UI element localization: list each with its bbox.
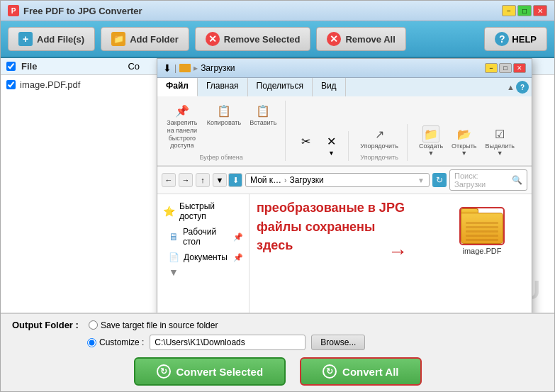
search-icon: 🔍 <box>512 175 522 185</box>
convert-selected-label: Convert Selected <box>176 366 264 378</box>
down-arrow-button[interactable]: ▼ <box>213 173 227 187</box>
add-folder-icon: 📁 <box>111 32 125 46</box>
help-button[interactable]: ? HELP <box>484 27 547 51</box>
explorer-title-left: ⬇ | ▸ Загрузки <box>163 62 235 74</box>
customize-radio[interactable] <box>87 338 96 347</box>
explorer-minimize-button[interactable]: − <box>485 63 498 73</box>
explorer-ribbon: Файл Главная Поделиться Вид ▲ ? <box>157 78 532 167</box>
up-button[interactable]: ↑ <box>196 173 210 187</box>
quick-access-label: Быстрый доступ <box>179 201 243 221</box>
paste-label: Вставить <box>250 119 276 126</box>
title-bar: P Free PDF to JPG Converter − □ ✕ <box>1 1 554 21</box>
documents-pin-icon: 📌 <box>233 253 243 262</box>
select-all-checkbox[interactable] <box>6 62 16 71</box>
documents-icon: 📄 <box>169 252 179 262</box>
convert-column-header: Co <box>128 61 140 72</box>
open-icon: 📂 <box>456 125 473 142</box>
explorer-close-button[interactable]: ✕ <box>513 63 526 73</box>
convert-buttons-row: ↻ Convert Selected ↻ Convert All <box>12 357 543 386</box>
title-bar-left: P Free PDF to JPG Converter <box>8 5 142 16</box>
save-source-label: Save target file in source folder <box>101 320 218 330</box>
save-source-radio[interactable] <box>89 320 98 330</box>
app-window: P Free PDF to JPG Converter − □ ✕ + Add … <box>0 0 555 392</box>
search-placeholder-text: Поиск: Загрузки <box>454 172 509 189</box>
title-bar-controls: − □ ✕ <box>502 5 547 16</box>
help-label: HELP <box>512 34 537 45</box>
customize-option[interactable]: Customize : <box>87 337 144 347</box>
close-button[interactable]: ✕ <box>533 5 547 16</box>
address-nav-icons: ▼ ⬇ <box>213 173 242 187</box>
ribbon-scissors-buttons: ✂ ✕ ▼ <box>294 131 342 158</box>
ribbon-scissors-button[interactable]: ✂ <box>294 131 317 158</box>
file-column-header: File <box>21 61 37 72</box>
desktop-pin-icon: 📌 <box>233 233 243 242</box>
delete-chevron: ▼ <box>328 150 335 157</box>
add-files-icon: + <box>18 32 33 46</box>
ribbon-tab-view[interactable]: Вид <box>313 78 346 96</box>
ribbon-organize-group: ↗ Упорядочить Упорядочить <box>357 124 408 161</box>
remove-all-button[interactable]: ✕ Remove All <box>316 27 405 51</box>
annotation-arrow: → <box>388 240 408 263</box>
annotation-text: преобразованые в JPG файлы сохранены зде… <box>257 198 405 254</box>
ribbon-move-button[interactable]: ↗ Упорядочить <box>357 124 401 151</box>
remove-all-icon: ✕ <box>327 32 341 46</box>
minimize-button[interactable]: − <box>502 5 516 16</box>
download-arrow-button[interactable]: ⬇ <box>228 173 242 187</box>
ribbon-copy-button[interactable]: 📋 Копировать <box>204 101 244 151</box>
address-dropdown-arrow[interactable]: ▼ <box>417 177 425 184</box>
maximize-button[interactable]: □ <box>517 5 532 16</box>
new-chevron: ▼ <box>428 150 435 157</box>
sidebar-item-desktop[interactable]: 🖥 Рабочий стол 📌 <box>157 224 249 250</box>
pdf-folder-graphic <box>461 208 503 244</box>
forward-button[interactable]: → <box>179 173 193 187</box>
refresh-button[interactable]: ↻ <box>432 173 447 187</box>
sidebar-item-documents[interactable]: 📄 Документы 📌 <box>157 250 249 265</box>
convert-selected-button[interactable]: ↻ Convert Selected <box>134 357 286 386</box>
breadcrumb-arrow: › <box>284 177 286 184</box>
add-files-button[interactable]: + Add File(s) <box>8 27 95 51</box>
app-icon: P <box>8 5 19 16</box>
documents-label: Документы <box>184 252 228 262</box>
sidebar-item-quick-access[interactable]: ⭐ Быстрый доступ <box>157 198 249 224</box>
search-bar[interactable]: Поиск: Загрузки 🔍 <box>449 169 527 191</box>
back-button[interactable]: ← <box>162 173 176 187</box>
open-label: Открыть <box>452 142 476 150</box>
desktop-folder-icon: 🖥 <box>169 231 179 242</box>
breadcrumb-part1: Мой к… <box>250 175 281 185</box>
move-label: Упорядочить <box>360 142 398 150</box>
explorer-maximize-button[interactable]: □ <box>499 63 512 73</box>
output-folder-row: Output Folder : Save target file in sour… <box>12 320 543 330</box>
explorer-address-bar: ← → ↑ ▼ ⬇ Мой к… › Загрузки ▼ <box>157 167 532 194</box>
remove-selected-button[interactable]: ✕ Remove Selected <box>195 27 311 51</box>
ribbon-paste-button[interactable]: 📋 Вставить <box>247 101 279 151</box>
save-source-option[interactable]: Save target file in source folder <box>89 320 218 330</box>
ribbon-tab-home[interactable]: Главная <box>198 78 248 96</box>
sidebar-expand-arrow[interactable]: ▼ <box>157 265 249 279</box>
pdf-file-icon[interactable]: image.PDF <box>454 208 510 255</box>
ribbon-content: 📌 Закрепить на панели быстрого доступа 📋… <box>157 96 532 166</box>
ribbon-tab-file[interactable]: Файл <box>157 78 198 96</box>
browse-button[interactable]: Browse... <box>311 335 365 350</box>
file-checkbox[interactable] <box>6 80 16 89</box>
remove-all-label: Remove All <box>345 34 395 45</box>
ribbon-pin-button[interactable]: 📌 Закрепить на панели быстрого доступа <box>163 101 201 151</box>
copy-label: Копировать <box>207 119 241 126</box>
ribbon-delete-button[interactable]: ✕ ▼ <box>320 131 342 158</box>
customize-path-input[interactable] <box>150 335 305 350</box>
ribbon-clipboard-group: 📌 Закрепить на панели быстрого доступа 📋… <box>163 101 286 161</box>
clipboard-group-label: Буфер обмена <box>200 154 243 161</box>
select-icon: ☑ <box>491 125 508 142</box>
ribbon-tab-share[interactable]: Поделиться <box>248 78 313 96</box>
ribbon-open-button[interactable]: 📂 Открыть ▼ <box>449 124 479 158</box>
ribbon-info-icon: ? <box>516 81 529 94</box>
explorer-window: ⬇ | ▸ Загрузки − □ ✕ <box>157 58 532 313</box>
ribbon-select-button[interactable]: ☑ Выделить ▼ <box>482 124 517 158</box>
address-bar-display[interactable]: Мой к… › Загрузки ▼ <box>245 173 430 187</box>
breadcrumb-part2: Загрузки <box>289 175 323 185</box>
bottom-area: Output Folder : Save target file in sour… <box>1 313 554 391</box>
convert-all-button[interactable]: ↻ Convert All <box>300 357 421 386</box>
ribbon-new-button[interactable]: 📁 Создать ▼ <box>416 124 446 158</box>
ribbon-scissors-group: ✂ ✕ ▼ <box>294 131 349 161</box>
main-content: File Co image.PDF.pdf FOTO.RU ⬇ | <box>1 58 554 391</box>
add-folder-button[interactable]: 📁 Add Folder <box>101 27 189 51</box>
